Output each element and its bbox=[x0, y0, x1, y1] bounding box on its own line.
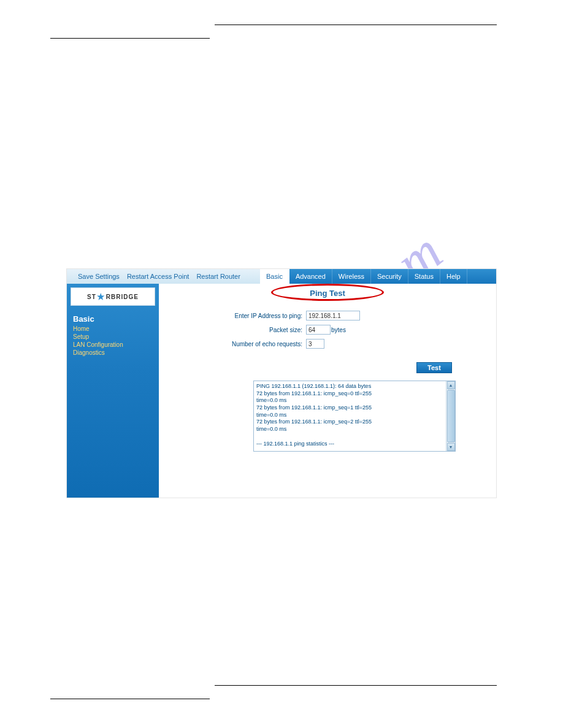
tab-status[interactable]: Status bbox=[408, 269, 440, 284]
ip-address-input[interactable] bbox=[306, 311, 360, 320]
restart-router-link[interactable]: Restart Router bbox=[196, 273, 240, 280]
test-button[interactable]: Test bbox=[416, 362, 452, 373]
tab-advanced[interactable]: Advanced bbox=[289, 269, 332, 284]
tab-basic[interactable]: Basic bbox=[260, 269, 289, 284]
sidebar: ST★RBRIDGE Basic Home Setup LAN Configur… bbox=[67, 284, 159, 498]
ping-output-text: PING 192.168.1.1 (192.168.1.1): 64 data … bbox=[254, 381, 446, 451]
star-icon: ★ bbox=[97, 292, 105, 301]
echo-requests-input[interactable] bbox=[306, 339, 324, 349]
content-area: Ping Test Enter IP Address to ping: Pack… bbox=[159, 284, 496, 498]
annotation-circle bbox=[271, 284, 384, 301]
packet-size-label: Packet size: bbox=[159, 327, 306, 333]
divider-top-right bbox=[215, 25, 497, 25]
page-title-wrap: Ping Test bbox=[278, 287, 377, 298]
sidebar-item-lan[interactable]: LAN Configuration bbox=[67, 341, 159, 349]
tab-security[interactable]: Security bbox=[371, 269, 408, 284]
sidebar-item-home[interactable]: Home bbox=[67, 325, 159, 333]
divider-top-left bbox=[50, 38, 210, 39]
sidebar-item-setup[interactable]: Setup bbox=[67, 333, 159, 341]
logo-right-text: RBRIDGE bbox=[106, 294, 139, 300]
router-admin-screenshot: Save Settings Restart Access Point Resta… bbox=[66, 268, 497, 498]
logo-left-text: ST bbox=[87, 294, 96, 300]
scroll-thumb[interactable] bbox=[447, 390, 455, 442]
main-tabs: Basic Advanced Wireless Security Status … bbox=[260, 269, 496, 284]
tab-wireless[interactable]: Wireless bbox=[332, 269, 371, 284]
echo-requests-label: Number of echo requests: bbox=[159, 341, 306, 347]
scroll-down-icon[interactable]: ▾ bbox=[447, 443, 455, 451]
toolbar-actions: Save Settings Restart Access Point Resta… bbox=[67, 269, 260, 284]
packet-size-input[interactable] bbox=[306, 325, 331, 335]
ip-address-label: Enter IP Address to ping: bbox=[159, 313, 306, 319]
sidebar-item-diagnostics[interactable]: Diagnostics bbox=[67, 349, 159, 357]
output-scrollbar[interactable]: ▴ ▾ bbox=[446, 381, 455, 451]
ping-output-box: PING 192.168.1.1 (192.168.1.1): 64 data … bbox=[253, 381, 456, 452]
top-toolbar: Save Settings Restart Access Point Resta… bbox=[67, 269, 496, 284]
ping-form: Enter IP Address to ping: Packet size: b… bbox=[159, 311, 496, 349]
tab-help[interactable]: Help bbox=[440, 269, 467, 284]
sidebar-section-title: Basic bbox=[67, 308, 159, 325]
scroll-up-icon[interactable]: ▴ bbox=[447, 381, 455, 389]
divider-bottom-left bbox=[50, 699, 210, 699]
save-settings-link[interactable]: Save Settings bbox=[78, 273, 120, 280]
brand-logo: ST★RBRIDGE bbox=[71, 287, 155, 306]
bytes-unit-label: bytes bbox=[331, 327, 346, 333]
divider-bottom-right bbox=[215, 685, 497, 686]
restart-ap-link[interactable]: Restart Access Point bbox=[127, 273, 190, 280]
